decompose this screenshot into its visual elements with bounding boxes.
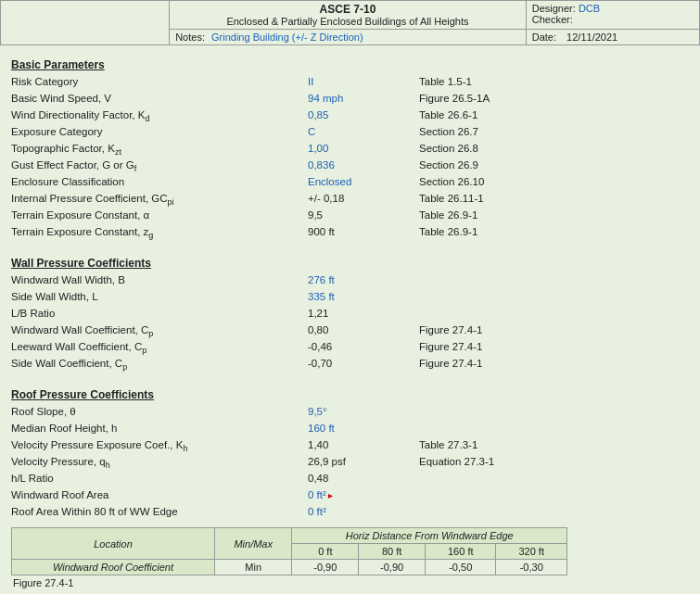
notes-label: Notes: — [175, 32, 205, 43]
val-160ft: -0,50 — [426, 560, 496, 575]
param-roof-slope: Roof Slope, θ 9,5° — [11, 405, 689, 422]
designer-value: DCB — [579, 3, 600, 14]
param-roof-height: Median Roof Height, h 160 ft — [11, 422, 689, 438]
wall-params-section: Wall Pressure Coefficients Windward Wall… — [0, 244, 700, 375]
param-roof-area-80ft: Roof Area Within 80 ft of WW Edge 0 ft² — [11, 505, 689, 522]
param-alpha: Terrain Exposure Constant, α 9,5 Table 2… — [11, 209, 689, 225]
param-lb-ratio: L/B Ratio 1,21 — [11, 307, 689, 323]
location-cell: Windward Roof Coefficient — [12, 560, 215, 575]
val-80ft: -0,90 — [359, 560, 426, 575]
header-table: ASCE 7-10 Enclosed & Partially Enclosed … — [0, 0, 700, 45]
param-windward-cp: Windward Wall Coefficient, Cp 0,80 Figur… — [11, 323, 689, 340]
val-0ft: -0,90 — [292, 560, 359, 575]
windward-roof-coeff-row: Windward Roof Coefficient Min -0,90 -0,9… — [12, 560, 567, 575]
fig-ref-label: Figure 27.4-1 — [11, 577, 689, 588]
param-risk-category: Risk Category II Table 1.5-1 — [11, 75, 689, 92]
param-qh: Velocity Pressure, qh 26,9 psf Equation … — [11, 455, 689, 472]
red-arrow-icon: ▸ — [328, 490, 333, 500]
standard-subtitle: Enclosed & Partially Enclosed Buildings … — [175, 16, 520, 27]
param-kd: Wind Directionality Factor, Kd 0,85 Tabl… — [11, 108, 689, 125]
col-80ft: 80 ft — [359, 544, 426, 560]
param-kh: Velocity Pressure Exposure Coef., Kh 1,4… — [11, 438, 689, 455]
param-wall-width-b: Windward Wall Width, B 276 ft — [11, 273, 689, 290]
param-enclosure: Enclosure Classification Enclosed Sectio… — [11, 175, 689, 192]
horiz-dist-header: Horiz Distance From Windward Edge — [292, 528, 567, 544]
param-windward-roof-area: Windward Roof Area 0 ft² ▸ — [11, 488, 689, 505]
designer-row: Designer: DCB — [532, 3, 694, 14]
param-zg: Terrain Exposure Constant, zg 900 ft Tab… — [11, 225, 689, 242]
col-0ft: 0 ft — [292, 544, 359, 560]
minmax-cell: Min — [214, 560, 291, 575]
basic-params-title: Basic Parameters — [11, 58, 689, 71]
param-leeward-cp: Leeward Wall Coefficient, Cp -0,46 Figur… — [11, 340, 689, 357]
param-wind-speed: Basic Wind Speed, V 94 mph Figure 26.5-1… — [11, 92, 689, 108]
roof-params-section: Roof Pressure Coefficients Roof Slope, θ… — [0, 375, 700, 524]
param-kzt: Topographic Factor, Kzt 1,00 Section 26.… — [11, 142, 689, 158]
wall-params-title: Wall Pressure Coefficients — [11, 257, 689, 270]
checker-label: Checker: — [532, 14, 573, 25]
standard-title: ASCE 7-10 — [175, 3, 520, 16]
roof-coeff-table: Location Min/Max Horiz Distance From Win… — [11, 527, 567, 575]
roof-table-section: Location Min/Max Horiz Distance From Win… — [0, 524, 700, 592]
designer-label: Designer: — [532, 3, 576, 14]
col-320ft: 320 ft — [496, 544, 567, 560]
date-value: 12/11/2021 — [566, 32, 617, 43]
roof-params-title: Roof Pressure Coefficients — [11, 388, 689, 401]
windward-roof-area-value: 0 ft² — [308, 489, 326, 500]
minmax-header: Min/Max — [214, 528, 291, 560]
param-side-cp: Side Wall Coefficient, Cp -0,70 Figure 2… — [11, 357, 689, 373]
param-hl-ratio: h/L Ratio 0,48 — [11, 472, 689, 488]
col-160ft: 160 ft — [426, 544, 496, 560]
param-gust: Gust Effect Factor, G or Gf 0,836 Sectio… — [11, 158, 689, 175]
val-320ft: -0,30 — [496, 560, 567, 575]
location-header: Location — [12, 528, 215, 560]
param-exposure: Exposure Category C Section 26.7 — [11, 125, 689, 142]
date-label: Date: — [532, 32, 556, 43]
param-gcpi: Internal Pressure Coefficient, GCpi +/- … — [11, 192, 689, 209]
basic-parameters-section: Basic Parameters Risk Category II Table … — [0, 45, 700, 244]
param-wall-width-l: Side Wall Width, L 335 ft — [11, 290, 689, 307]
notes-value: Grinding Building (+/- Z Direction) — [211, 32, 363, 43]
checker-row: Checker: — [532, 14, 694, 25]
